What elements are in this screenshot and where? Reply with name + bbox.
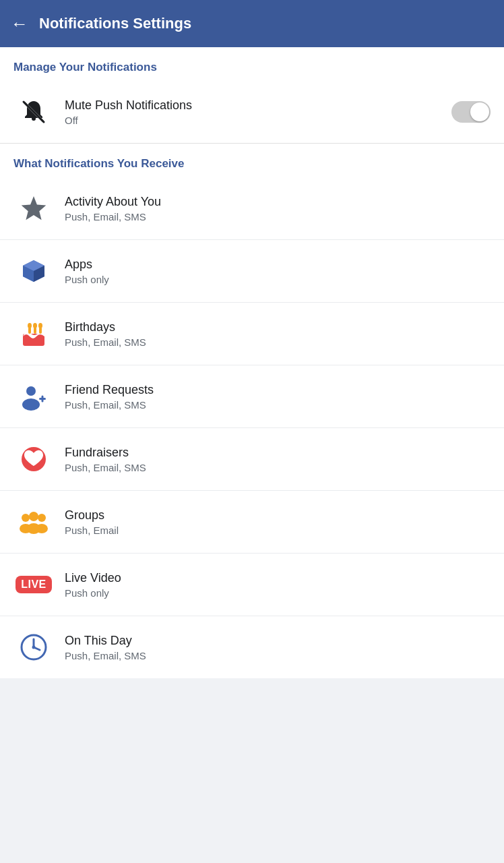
receive-section-heading: What Notifications You Receive xyxy=(0,144,504,177)
groups-text: Groups Push, Email xyxy=(65,508,491,536)
svg-point-30 xyxy=(32,646,36,649)
app-header: ← Notifications Settings xyxy=(0,0,504,47)
birthdays-title: Birthdays xyxy=(65,320,491,334)
fundraisers-icon-wrap xyxy=(13,439,54,479)
birthday-icon xyxy=(19,319,49,349)
on-this-day-subtitle: Push, Email, SMS xyxy=(65,650,491,661)
apps-icon-wrap xyxy=(13,251,54,291)
live-video-title: Live Video xyxy=(65,571,491,585)
notif-item-birthdays[interactable]: Birthdays Push, Email, SMS xyxy=(0,303,504,365)
notif-item-live-video[interactable]: LIVE Live Video Push only xyxy=(0,554,504,616)
friend-icon xyxy=(19,382,49,411)
activity-subtitle: Push, Email, SMS xyxy=(65,211,491,222)
activity-icon-wrap xyxy=(13,188,54,229)
on-this-day-title: On This Day xyxy=(65,634,491,648)
bell-muted-icon-wrap xyxy=(13,92,54,132)
content-area: Manage Your Notifications Mute Push Noti… xyxy=(0,47,504,678)
mute-push-subtitle: Off xyxy=(65,115,451,126)
mute-push-title: Mute Push Notifications xyxy=(65,98,451,113)
svg-point-0 xyxy=(32,117,36,121)
svg-point-21 xyxy=(22,514,30,522)
birthdays-text: Birthdays Push, Email, SMS xyxy=(65,320,491,348)
groups-icon-wrap xyxy=(13,502,54,542)
notif-item-fundraisers[interactable]: Fundraisers Push, Email, SMS xyxy=(0,428,504,491)
mute-push-row[interactable]: Mute Push Notifications Off xyxy=(0,81,504,143)
notif-item-groups[interactable]: Groups Push, Email xyxy=(0,491,504,554)
notif-item-activity[interactable]: Activity About You Push, Email, SMS xyxy=(0,177,504,240)
fundraisers-subtitle: Push, Email, SMS xyxy=(65,462,491,473)
activity-title: Activity About You xyxy=(65,195,491,209)
page-title: Notifications Settings xyxy=(39,15,191,32)
apps-title: Apps xyxy=(65,258,491,272)
on-this-day-text: On This Day Push, Email, SMS xyxy=(65,634,491,661)
svg-point-17 xyxy=(22,398,40,411)
friend-requests-icon-wrap xyxy=(13,376,54,417)
manage-section-heading: Manage Your Notifications xyxy=(0,47,504,81)
star-icon xyxy=(19,194,49,223)
svg-point-23 xyxy=(38,514,46,522)
friend-requests-title: Friend Requests xyxy=(65,383,491,397)
live-video-subtitle: Push only xyxy=(65,587,491,599)
svg-point-16 xyxy=(26,386,36,396)
back-button[interactable]: ← xyxy=(11,13,28,34)
onthisday-icon xyxy=(19,632,49,662)
live-video-text: Live Video Push only xyxy=(65,571,491,599)
fundraisers-text: Fundraisers Push, Email, SMS xyxy=(65,446,491,473)
activity-text: Activity About You Push, Email, SMS xyxy=(65,195,491,222)
mute-push-text: Mute Push Notifications Off xyxy=(65,98,451,126)
notif-item-friend-requests[interactable]: Friend Requests Push, Email, SMS xyxy=(0,365,504,428)
birthdays-subtitle: Push, Email, SMS xyxy=(65,336,491,348)
notif-item-apps[interactable]: Apps Push only xyxy=(0,240,504,303)
fundraiser-icon xyxy=(19,444,49,474)
svg-point-15 xyxy=(38,323,42,328)
mute-toggle-wrap[interactable] xyxy=(451,101,491,123)
apps-subtitle: Push only xyxy=(65,274,491,285)
birthdays-icon-wrap xyxy=(13,314,54,354)
groups-subtitle: Push, Email xyxy=(65,525,491,536)
friend-requests-text: Friend Requests Push, Email, SMS xyxy=(65,383,491,411)
svg-point-13 xyxy=(28,323,32,328)
groups-icon xyxy=(18,506,50,538)
groups-title: Groups xyxy=(65,508,491,523)
svg-marker-4 xyxy=(22,196,46,220)
live-video-icon-wrap: LIVE xyxy=(13,564,54,605)
apps-text: Apps Push only xyxy=(65,258,491,285)
live-icon: LIVE xyxy=(15,576,52,593)
svg-point-14 xyxy=(33,323,37,328)
fundraisers-title: Fundraisers xyxy=(65,446,491,460)
svg-point-25 xyxy=(29,512,38,521)
box-icon xyxy=(19,256,49,286)
svg-point-26 xyxy=(27,523,40,534)
friend-requests-subtitle: Push, Email, SMS xyxy=(65,399,491,411)
notif-item-on-this-day[interactable]: On This Day Push, Email, SMS xyxy=(0,616,504,678)
svg-rect-19 xyxy=(42,396,44,403)
mute-toggle[interactable] xyxy=(451,101,491,123)
bell-muted-icon xyxy=(20,98,47,125)
on-this-day-icon-wrap xyxy=(13,627,54,667)
toggle-knob xyxy=(470,102,489,121)
